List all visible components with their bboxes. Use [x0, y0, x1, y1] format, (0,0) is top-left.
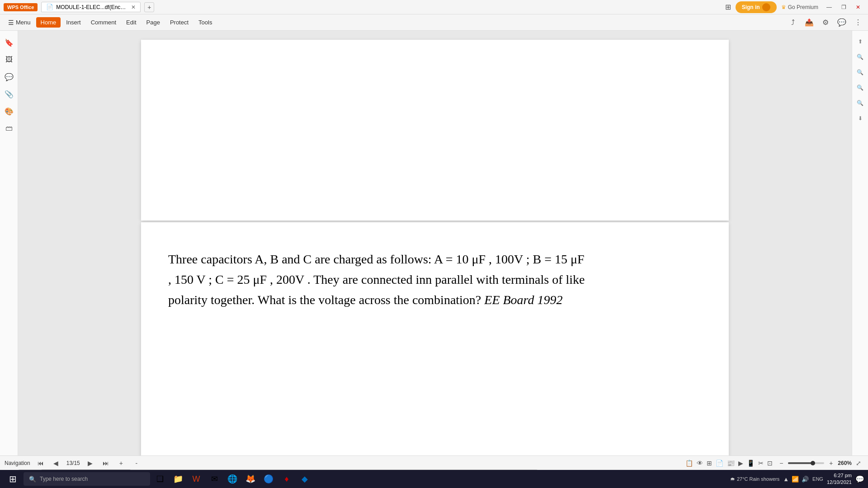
protect-tab[interactable]: Protect	[165, 17, 193, 28]
email-button[interactable]: ✉	[206, 471, 222, 487]
document-area[interactable]: Three capacitors A, B and C are charged …	[18, 31, 852, 455]
chrome-icon: 🔵	[264, 474, 274, 484]
wps-taskbar-button[interactable]: W	[188, 471, 204, 487]
eye-icon[interactable]: 👁	[697, 460, 703, 467]
insert-tab[interactable]: Insert	[61, 17, 85, 28]
page-label: Page	[146, 19, 160, 26]
first-page-button[interactable]: ⏮	[36, 458, 46, 468]
last-page-button[interactable]: ⏭	[101, 458, 111, 468]
prev-page-button[interactable]: ◀	[51, 458, 61, 468]
document-tab[interactable]: 📄 MODULE-1-ELEC...df(Encrypted) ✕	[41, 2, 141, 12]
two-page-icon[interactable]: 📰	[727, 460, 735, 467]
menu-label: Menu	[16, 19, 31, 26]
weather-icon: 🌧	[730, 476, 735, 482]
wps-logo[interactable]: WPS Office	[4, 3, 38, 11]
add-tab-button[interactable]: +	[144, 2, 154, 12]
gallery-icon[interactable]: 🗃	[2, 121, 16, 136]
go-premium-button[interactable]: ♛ Go Premium	[781, 4, 818, 10]
taskbar-search[interactable]: 🔍 Type here to search	[24, 472, 150, 486]
wps-label: WPS Office	[7, 5, 34, 10]
page-count: 13/15	[66, 460, 80, 466]
image-icon[interactable]: 🖼	[2, 52, 16, 67]
page-view-icon[interactable]: 📄	[716, 460, 723, 467]
play-icon[interactable]: ▶	[738, 460, 743, 467]
share-icon[interactable]: ⤴	[787, 16, 799, 29]
restore-button[interactable]: ❐	[837, 2, 850, 12]
system-clock[interactable]: 6:27 pm 12/10/2021	[827, 472, 852, 486]
status-right: 📋 👁 ⊞ 📄 📰 ▶ 📱 ✂ ⊡ − + 260% ⤢	[685, 458, 863, 468]
comment-icon[interactable]: 💬	[835, 16, 848, 29]
comment-sidebar-icon[interactable]: 💬	[2, 70, 16, 84]
app7-button[interactable]: ♦	[278, 471, 295, 487]
zoom-fit-button[interactable]: ⤢	[854, 458, 863, 468]
right-icon-4[interactable]: 🔍	[854, 81, 867, 94]
zoom-thumb[interactable]	[811, 461, 815, 465]
title-bar: WPS Office 📄 MODULE-1-ELEC...df(Encrypte…	[0, 0, 868, 14]
bookmark-icon[interactable]: 🔖	[2, 35, 16, 50]
chrome-button[interactable]: 🔵	[260, 471, 277, 487]
go-premium-label: Go Premium	[788, 4, 818, 10]
app8-button[interactable]: ◆	[297, 471, 313, 487]
doc-tab-icon: 📄	[46, 4, 53, 10]
page-top	[141, 40, 729, 221]
taskview-icon: ❑	[156, 474, 164, 484]
notification-button[interactable]: 💬	[855, 475, 864, 483]
menu-button[interactable]: ☰ Menu	[4, 17, 35, 28]
titlebar-right: ⊞ Sign in ♛ Go Premium — ❐ ✕	[725, 1, 864, 13]
minimize-button[interactable]: —	[823, 2, 835, 12]
next-page-button[interactable]: ▶	[85, 458, 95, 468]
edit-tab[interactable]: Edit	[122, 17, 141, 28]
clock-time: 6:27 pm	[827, 472, 852, 479]
size-icon[interactable]: ⊡	[767, 460, 773, 467]
zoom-in-page-button[interactable]: +	[116, 458, 126, 468]
right-icon-3[interactable]: 🔍	[854, 66, 867, 79]
explorer-icon: 📁	[173, 474, 183, 484]
more-icon[interactable]: ⋮	[852, 16, 864, 29]
taskbar-right: 🌧 27°C Rain showers ▲ 📶 🔊 ENG 6:27 pm 12…	[730, 472, 864, 486]
start-button[interactable]: ⊞	[4, 470, 22, 488]
volume-icon[interactable]: 🔊	[802, 476, 809, 483]
taskview-button[interactable]: ❑	[152, 471, 168, 487]
tab-close-button[interactable]: ✕	[131, 4, 136, 10]
edge-button[interactable]: 🌐	[224, 471, 241, 487]
zoom-fill	[788, 462, 813, 464]
home-tab[interactable]: Home	[36, 17, 61, 28]
document-page: Three capacitors A, B and C are charged …	[141, 222, 729, 455]
close-button[interactable]: ✕	[852, 2, 864, 12]
edit-label: Edit	[126, 19, 136, 26]
comment-tab[interactable]: Comment	[86, 17, 121, 28]
mobile-icon[interactable]: 📱	[747, 460, 755, 467]
right-icon-2[interactable]: 🔍	[854, 51, 867, 63]
insert-label: Insert	[66, 19, 81, 26]
grid-icon[interactable]: ⊞	[725, 3, 731, 11]
weather-widget[interactable]: 🌧 27°C Rain showers	[730, 476, 779, 482]
doc-status-icon[interactable]: 📋	[685, 460, 693, 467]
zoom-out-page-button[interactable]: -	[132, 458, 142, 468]
tray-arrow[interactable]: ▲	[783, 476, 789, 483]
fit-icon[interactable]: ⊞	[707, 460, 712, 467]
crop-icon[interactable]: ✂	[758, 460, 764, 467]
navigation-label[interactable]: Navigation	[5, 460, 30, 466]
theme-icon[interactable]: 🎨	[2, 104, 16, 118]
tools-tab[interactable]: Tools	[194, 17, 217, 28]
zoom-level: 260%	[838, 460, 852, 466]
zoom-slider[interactable]	[788, 462, 824, 464]
attachment-icon[interactable]: 📎	[2, 87, 16, 101]
status-bar: Navigation ⏮ ◀ 13/15 ▶ ⏭ + - 📋 👁 ⊞ 📄 📰 ▶…	[0, 455, 868, 470]
settings-icon[interactable]: ⚙	[819, 16, 832, 29]
export-icon[interactable]: 📤	[803, 16, 816, 29]
right-icon-1[interactable]: ⬆	[854, 35, 867, 48]
right-icon-6[interactable]: ⬇	[854, 112, 867, 125]
zoom-in-button[interactable]: +	[826, 458, 836, 468]
explorer-button[interactable]: 📁	[170, 471, 186, 487]
right-icon-5[interactable]: 🔍	[854, 97, 867, 109]
text-line2: , 150 V ; C = 25 μF , 200V . They are co…	[168, 272, 585, 286]
language-indicator[interactable]: ENG	[812, 476, 823, 482]
text-italic: EE Board 1992	[481, 293, 562, 307]
page-tab[interactable]: Page	[142, 17, 165, 28]
sign-in-button[interactable]: Sign in	[736, 1, 777, 13]
zoom-out-button[interactable]: −	[776, 458, 786, 468]
firefox-button[interactable]: 🦊	[242, 471, 259, 487]
document-text: Three capacitors A, B and C are charged …	[168, 249, 702, 310]
network-icon[interactable]: 📶	[792, 476, 799, 483]
